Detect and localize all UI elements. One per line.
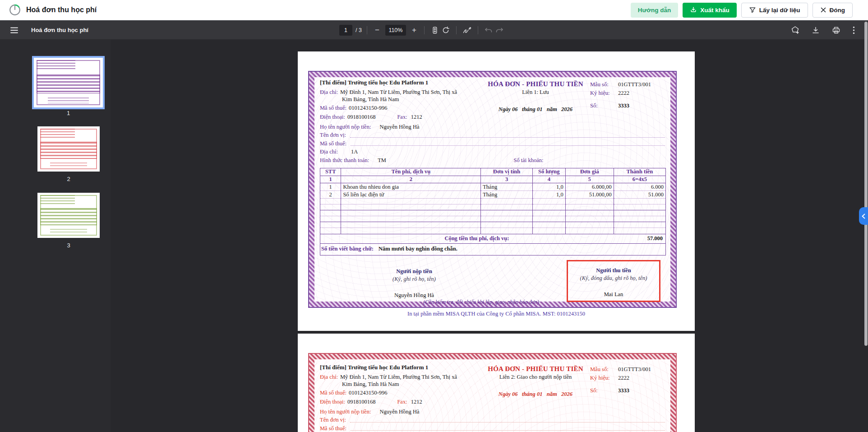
thumbnail-page-1-label: 1: [34, 110, 103, 116]
zoom-out-button[interactable]: −: [372, 24, 382, 36]
collector-sign-note: (Ký, đóng dấu, ghi rõ họ, tên): [568, 275, 659, 282]
tax-code-label: Mã số thuế:: [320, 105, 346, 112]
invoice-meta-block: Mẫu số: 01GTTT3/001 Ký hiệu: 2222 Số: 33…: [590, 364, 666, 408]
col-index: 5: [565, 176, 614, 183]
pdf-toolbar: Hoá đơn thu học phí / 3 − 110% +: [0, 20, 868, 40]
invoice-date: Ngày 06 tháng 01 năm 2026: [481, 106, 590, 113]
cell-unit: Tháng: [481, 183, 533, 191]
thumbnail-page-1[interactable]: [34, 58, 103, 107]
invoice-lien-1: [Thí điểm] Trường tiểu học Edu Platform …: [308, 71, 677, 308]
dotted-line: [351, 425, 665, 431]
col-header: Thành tiền: [614, 168, 665, 176]
invoice-title: HÓA ĐƠN - PHIẾU THU TIỀN: [481, 365, 590, 373]
tax-code-value: 0101243150-996: [349, 105, 387, 112]
form-no-label: Mẫu số:: [590, 366, 618, 373]
vertical-scrollbar-thumb[interactable]: [864, 22, 868, 346]
sidebar-toggle-button[interactable]: [9, 26, 19, 35]
export-button-label: Xuất khẩu: [700, 7, 729, 14]
col-header: Đơn giá: [565, 168, 614, 176]
school-name: [Thí điểm] Trường tiểu học Edu Platform …: [320, 364, 481, 371]
thumbnail-page-3-label: 3: [37, 242, 100, 249]
rotate-button[interactable]: [440, 25, 451, 36]
fax-label: Fax:: [397, 399, 407, 405]
pdf-toolbar-center: / 3 − 110% +: [339, 20, 505, 40]
thumbnail-preview: [34, 58, 103, 107]
chevron-left-icon: [861, 214, 866, 219]
cell-amount: 51.000: [614, 191, 665, 199]
invoice-title: HÓA ĐƠN - PHIẾU THU TIỀN: [481, 80, 590, 88]
thumbnail-page-3[interactable]: [37, 193, 100, 238]
print-button[interactable]: [831, 25, 842, 36]
zoom-in-button[interactable]: +: [409, 24, 419, 36]
undo-button[interactable]: [483, 25, 494, 35]
payer-label: Họ tên người nộp tiền:: [320, 124, 371, 131]
payer-sign-note: (Ký, ghi rõ họ, tên): [351, 276, 477, 283]
col-index: 1: [320, 176, 341, 183]
guide-button-label: Hướng dẫn: [638, 7, 671, 14]
app-window: Hoá đơn thu học phí Hướng dẫn Xuất khẩu …: [0, 0, 868, 432]
empty-row: [320, 199, 665, 204]
total-label: Cộng tiền thu phí, dịch vụ:: [444, 235, 509, 242]
col-index: 4: [532, 176, 565, 183]
filter-icon: [749, 6, 756, 14]
zoom-level-value: 110%: [385, 25, 406, 36]
fax-label: Fax:: [397, 114, 407, 120]
check-note: (Cần kiểm tra, đối chiếu khi lập, giao, …: [303, 299, 659, 306]
table-colindex-row: 1 2 3 4 5 6=4x5: [320, 176, 665, 183]
form-no-label: Mẫu số:: [590, 81, 618, 88]
kebab-menu-icon: [853, 26, 855, 34]
cell-fee-name: Khoan thu nhieu don gia: [341, 183, 481, 191]
header-actions: Hướng dẫn Xuất khẩu Lấy lại dữ liệu: [631, 3, 853, 18]
print-icon: [832, 26, 840, 34]
export-button[interactable]: Xuất khẩu: [683, 3, 737, 18]
page-number-input[interactable]: [339, 25, 352, 36]
annotation-add-icon: [791, 26, 799, 34]
toolbar-divider: [478, 26, 478, 34]
hamburger-menu-icon: [10, 27, 18, 33]
address-value: Mỹ Đình 1, Nam Từ Liêm, Phường Thi Sơn, …: [340, 374, 457, 388]
fax-value: 1212: [411, 114, 422, 120]
amount-words-label: Số tiền viết bằng chữ:: [321, 246, 374, 252]
pdf-toolbar-right: [790, 20, 856, 40]
address-label: Địa chỉ:: [320, 374, 338, 388]
more-options-button[interactable]: [851, 25, 856, 36]
col-header: Tên phí, dịch vụ: [341, 168, 481, 176]
collector-sign-name: Mai Lan: [568, 291, 659, 298]
document-viewer[interactable]: [Thí điểm] Trường tiểu học Edu Platform …: [111, 40, 868, 432]
collector-signature-highlight-box: Người thu tiền (Ký, đóng dấu, ghi rõ họ,…: [567, 260, 660, 302]
expand-side-panel-tab[interactable]: [859, 207, 868, 225]
invoice-date: Ngày 06 tháng 01 năm 2026: [481, 391, 590, 398]
address-value: Mỹ Đình 1, Nam Từ Liêm, Phường Thi Sơn, …: [340, 89, 457, 103]
export-icon: [690, 6, 697, 14]
draw-annotate-button[interactable]: [462, 25, 473, 35]
page-count-label: / 3: [356, 27, 362, 33]
close-button[interactable]: Đóng: [813, 3, 853, 18]
payer-tax-label: Mã số thuế:: [320, 425, 346, 432]
guide-button[interactable]: Hướng dẫn: [631, 3, 678, 18]
payer-address-label: Địa chỉ:: [320, 149, 338, 156]
undo-icon: [485, 27, 493, 34]
account-no-label: Số tài khoản:: [514, 157, 544, 164]
fax-value: 1212: [411, 399, 422, 405]
fit-page-button[interactable]: [429, 25, 440, 36]
col-header: Số lượng: [532, 168, 565, 176]
thumbnail-page-2[interactable]: [37, 126, 100, 172]
thumbnail-preview: [37, 193, 100, 238]
collector-sign-title: Người thu tiền: [568, 267, 659, 274]
payer-name: Nguyễn Hồng Hà: [379, 124, 419, 131]
form-no-value: 01GTTT3/001: [618, 81, 651, 88]
empty-row: [320, 222, 665, 228]
school-name: [Thí điểm] Trường tiểu học Edu Platform …: [320, 79, 481, 86]
ink-pen-icon: [463, 27, 471, 34]
reload-data-button[interactable]: Lấy lại dữ liệu: [741, 3, 808, 18]
reload-data-button-label: Lấy lại dữ liệu: [759, 7, 800, 14]
toolbar-divider: [424, 26, 425, 34]
amount-words-value: Năm mươi bảy nghìn đồng chẵn.: [379, 246, 457, 252]
total-row: Cộng tiền thu phí, dịch vụ: 57.000: [320, 234, 665, 243]
serial-label: Ký hiệu:: [590, 90, 618, 97]
download-button[interactable]: [810, 25, 821, 36]
fee-table-box: STT Tên phí, dịch vụ Đơn vị tính Số lượn…: [320, 168, 666, 255]
invoice-no-label: Số:: [590, 102, 618, 109]
add-annotation-button[interactable]: [790, 24, 801, 36]
redo-button[interactable]: [494, 25, 505, 35]
